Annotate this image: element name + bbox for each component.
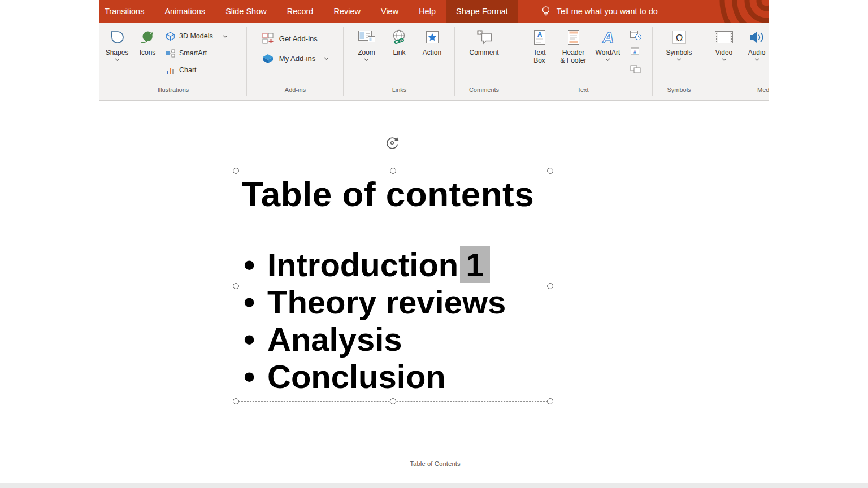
resize-handle-top-left[interactable]	[233, 168, 239, 174]
text-box-button[interactable]: A Text Box	[523, 23, 556, 64]
my-add-ins-label: My Add-ins	[279, 54, 315, 63]
tab-animations[interactable]: Animations	[154, 0, 215, 23]
zoom-button[interactable]: Zoom	[350, 23, 383, 61]
tab-review[interactable]: Review	[323, 0, 371, 23]
chart-label: Chart	[179, 66, 197, 74]
slide-title-text[interactable]: Table of contents	[242, 174, 534, 214]
action-icon	[424, 27, 441, 47]
comment-label: Comment	[469, 49, 498, 56]
tell-me-box[interactable]: Tell me what you want to do	[532, 0, 667, 23]
date-time-icon	[630, 29, 642, 41]
action-button[interactable]: Action	[416, 23, 449, 56]
symbols-button[interactable]: Ω Symbols	[662, 23, 697, 61]
3d-models-button[interactable]: 3D Models	[162, 28, 232, 45]
bullet-item-introduction[interactable]: •Introduction1	[244, 246, 506, 284]
tell-me-label: Tell me what you want to do	[557, 7, 658, 16]
bullet-item-conclusion[interactable]: •Conclusion	[244, 358, 506, 395]
chart-button[interactable]: Chart	[162, 62, 232, 79]
chart-icon	[166, 66, 175, 75]
video-button[interactable]: Video	[708, 23, 740, 61]
slide-footer-text[interactable]: Table of Contents	[379, 460, 492, 467]
header-footer-button[interactable]: Header & Footer	[556, 23, 591, 64]
video-label: Video	[715, 49, 732, 56]
shapes-label: Shapes	[106, 49, 129, 56]
audio-label: Audio	[748, 49, 766, 56]
shapes-button[interactable]: Shapes	[101, 23, 133, 61]
tab-shape-format[interactable]: Shape Format	[446, 0, 518, 23]
bullet-item-theory-reviews[interactable]: •Theory reviews	[244, 284, 506, 321]
header-footer-label: Header & Footer	[560, 49, 587, 64]
resize-handle-top-center[interactable]	[390, 168, 396, 174]
slide-number-button[interactable]: #	[628, 45, 643, 59]
resize-handle-bottom-center[interactable]	[390, 398, 396, 404]
smartart-label: SmartArt	[179, 49, 207, 57]
link-button[interactable]: Link	[383, 23, 416, 56]
icons-label: Icons	[140, 49, 156, 56]
bullet-text: Introduction	[267, 246, 458, 283]
tab-record[interactable]: Record	[277, 0, 324, 23]
tab-transitions[interactable]: Transitions	[99, 0, 154, 23]
wordart-icon: A	[598, 27, 618, 47]
wordart-label: WordArt	[596, 49, 620, 56]
chevron-down-icon	[605, 58, 610, 61]
3d-models-icon	[166, 32, 175, 41]
3d-models-label: 3D Models	[179, 32, 213, 40]
slide-canvas[interactable]: Table of contents •Introduction1 •Theory…	[99, 101, 769, 483]
resize-handle-bottom-left[interactable]	[233, 398, 239, 404]
svg-text:A: A	[537, 30, 542, 38]
corner-decoration	[695, 0, 769, 23]
resize-handle-middle-right[interactable]	[547, 283, 553, 289]
group-symbols: Ω Symbols Symbols	[653, 23, 705, 100]
group-label-links: Links	[344, 86, 455, 100]
svg-text:#: #	[633, 49, 636, 55]
bullet-marker: •	[244, 246, 267, 284]
resize-handle-top-right[interactable]	[547, 168, 553, 174]
smartart-icon	[166, 49, 175, 58]
date-time-button[interactable]	[628, 28, 643, 42]
tab-slide-show[interactable]: Slide Show	[215, 0, 277, 23]
object-button[interactable]	[628, 62, 643, 76]
lightbulb-icon	[541, 6, 551, 17]
link-icon	[391, 27, 408, 47]
text-box-label: Text Box	[530, 49, 549, 64]
header-footer-icon	[565, 27, 582, 47]
group-label-text: Text	[513, 86, 653, 100]
chevron-down-icon	[364, 58, 369, 61]
group-add-ins: Get Add-ins My Add-ins	[247, 23, 344, 100]
group-label-media: Media	[705, 86, 769, 100]
smartart-button[interactable]: SmartArt	[162, 45, 232, 62]
comment-button[interactable]: Comment	[466, 23, 502, 56]
slide-bullet-list: •Introduction1 •Theory reviews •Analysis…	[244, 246, 506, 395]
resize-handle-bottom-right[interactable]	[547, 398, 553, 404]
audio-icon	[748, 27, 765, 47]
get-add-ins-button[interactable]: Get Add-ins	[262, 32, 329, 45]
powerpoint-window: Transitions Animations Slide Show Record…	[99, 0, 769, 483]
comment-icon	[476, 27, 493, 47]
get-add-ins-label: Get Add-ins	[279, 34, 318, 43]
object-icon	[630, 64, 642, 74]
zoom-label: Zoom	[358, 49, 375, 56]
tab-help[interactable]: Help	[409, 0, 446, 23]
group-text: A Text Box Head	[513, 23, 653, 100]
bullet-text: Analysis	[267, 321, 402, 358]
resize-handle-middle-left[interactable]	[233, 283, 239, 289]
tab-view[interactable]: View	[371, 0, 409, 23]
group-label-comments: Comments	[455, 86, 513, 100]
action-label: Action	[423, 49, 441, 56]
group-media: Video Audio	[705, 23, 769, 100]
audio-button[interactable]: Audio	[740, 23, 769, 61]
bullet-item-analysis[interactable]: •Analysis	[244, 321, 506, 358]
bullet-text: Conclusion	[267, 358, 446, 395]
omega-symbol-icon: Ω	[671, 27, 688, 47]
wordart-button[interactable]: A WordArt	[591, 23, 625, 61]
chevron-down-icon	[115, 58, 120, 61]
rotate-handle-icon[interactable]	[385, 136, 400, 150]
slide-number-field[interactable]: 1	[460, 246, 489, 283]
slide-number-icon: #	[630, 47, 642, 57]
icons-button[interactable]: Icons	[133, 23, 162, 56]
my-add-ins-button[interactable]: My Add-ins	[262, 52, 329, 64]
get-add-ins-icon	[262, 32, 274, 45]
ribbon-tab-bar: Transitions Animations Slide Show Record…	[99, 0, 769, 23]
svg-text:Ω: Ω	[675, 33, 683, 43]
chevron-down-icon	[676, 58, 682, 61]
